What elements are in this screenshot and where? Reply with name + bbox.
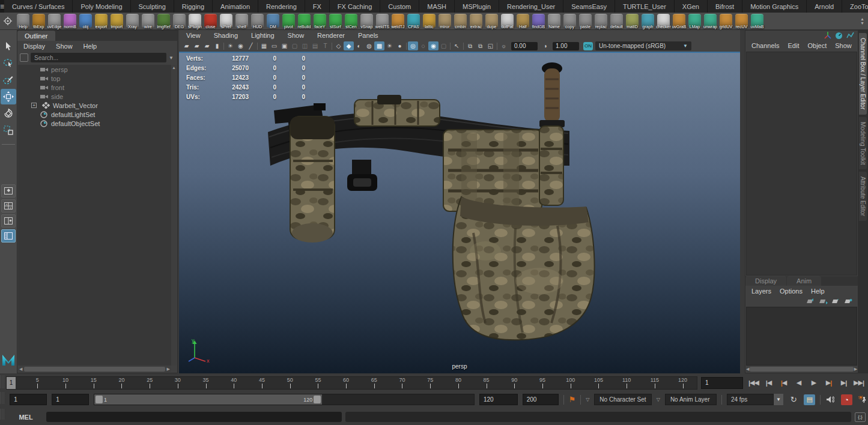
gamma-field[interactable]: 1.00 — [553, 42, 579, 50]
play-forwards-button[interactable]: ▶ — [807, 377, 821, 389]
drag-grip[interactable] — [0, 392, 5, 404]
go-to-end-button[interactable]: ▶▶| — [852, 377, 866, 389]
depth-of-field-icon[interactable]: ▢ — [439, 41, 449, 50]
shelf-button[interactable]: dupe — [484, 13, 499, 29]
duplicate-view-icon[interactable]: ⧉ — [475, 41, 485, 50]
channel-list-area[interactable] — [746, 52, 857, 276]
shelf-button[interactable]: uvEdge — [47, 13, 62, 29]
snapshot-icon[interactable]: ◱ — [485, 41, 496, 50]
shelf-tab[interactable]: Sculpting — [131, 0, 174, 13]
tear-off-copy-icon[interactable]: ⧉ — [465, 41, 475, 50]
mute-audio-icon[interactable] — [825, 394, 836, 405]
clip-editor-icon[interactable]: ▤ — [804, 394, 815, 405]
shelf-tab[interactable]: MSPlugin — [455, 0, 499, 13]
channel-box-menu-item[interactable]: Edit — [788, 42, 799, 49]
shelf-tab[interactable]: ZooToolsPro — [842, 0, 868, 13]
shelf-tab[interactable]: Rendering — [258, 0, 305, 13]
shelf-button[interactable]: matID — [625, 13, 640, 29]
move-tool[interactable] — [1, 89, 16, 104]
command-language-toggle[interactable]: MEL — [9, 414, 43, 421]
shelf-button[interactable]: faceY — [312, 13, 327, 29]
viewport-menu-item[interactable]: Panels — [358, 32, 378, 39]
bookmark-icon[interactable]: ⚑ — [569, 395, 576, 404]
sidebar-vertical-tab[interactable]: Channel Box / Layer Editor — [859, 33, 867, 115]
viewport-menu-item[interactable]: Show — [288, 32, 305, 39]
field-chart-icon[interactable]: ◫ — [300, 41, 310, 50]
shelf-tab[interactable]: Curves / Surfaces — [4, 0, 73, 13]
shelf-button[interactable]: paste — [578, 13, 593, 29]
shelf-button[interactable]: vSnap — [359, 13, 374, 29]
shelf-scroll-down-icon[interactable]: ▼ — [860, 21, 864, 25]
shelf-button[interactable]: findGB — [531, 13, 546, 29]
layer-editor-tab[interactable]: Anim — [787, 276, 821, 286]
shelf-button[interactable]: tbExp — [31, 13, 46, 29]
sidebar-vertical-tab[interactable]: Attribute Editor — [859, 172, 867, 221]
shelf-scroll-up-icon[interactable]: ▲ — [860, 17, 864, 21]
shelf-button[interactable]: sPlugin — [187, 13, 202, 29]
camera-select-icon[interactable]: ▰ — [181, 41, 192, 50]
layer-list[interactable] — [746, 307, 857, 366]
shelf-button[interactable]: unwrap — [703, 13, 718, 29]
outliner-title[interactable]: Outliner — [17, 31, 55, 41]
step-back-frame-button[interactable]: |◀ — [762, 377, 775, 389]
gate-mask-icon[interactable]: ▢ — [290, 41, 300, 50]
outliner-item-camera[interactable]: top — [18, 74, 171, 83]
shelf-button[interactable]: recUV — [734, 13, 749, 29]
view-transform-dropdown[interactable]: Un-tone-mapped (sRGB) ▼ — [595, 41, 691, 50]
exposure-field[interactable]: 0.00 — [511, 42, 538, 50]
resolution-gate-icon[interactable]: ▣ — [279, 41, 290, 50]
viewport-menu-item[interactable]: Renderer — [317, 32, 345, 39]
pencil-icon[interactable]: ╱ — [246, 41, 256, 50]
shelf-tab[interactable]: Custom — [380, 0, 419, 13]
view-bookmark-icon[interactable]: ▮ — [212, 41, 222, 50]
shelf-button[interactable]: stCen — [344, 13, 359, 29]
anim-layer-dropdown[interactable]: No Anim Layer — [665, 394, 717, 405]
rotate-tool[interactable] — [1, 106, 16, 121]
grid-icon[interactable]: ▦ — [259, 41, 269, 50]
shelf-button[interactable]: imgRef — [156, 13, 171, 29]
shelf-button[interactable]: pivot — [281, 13, 296, 29]
shelf-button[interactable]: HUD — [250, 13, 265, 29]
shaded-icon[interactable]: ◆ — [344, 41, 354, 50]
default-material-icon[interactable]: ◐ — [354, 41, 364, 50]
paint-select-tool[interactable] — [1, 72, 16, 88]
wireframe-icon[interactable]: ◇ — [333, 41, 344, 50]
move-layer-down-icon[interactable] — [819, 298, 828, 304]
time-slider[interactable]: 1 51015202530354045505560657075808590951… — [6, 376, 697, 390]
outliner-tree[interactable]: persp top front side + — [18, 65, 171, 366]
shelf-button[interactable]: DM — [266, 13, 281, 29]
outliner-menu-item[interactable]: Show — [56, 43, 73, 50]
light-icon[interactable]: ☀ — [225, 41, 235, 50]
layout-single-pane-button[interactable] — [1, 184, 16, 197]
loop-mode-icon[interactable]: ↻ — [788, 394, 799, 405]
lasso-select-tool[interactable] — [1, 55, 16, 71]
speed-dial-icon[interactable] — [835, 32, 843, 40]
motion-blur-icon[interactable]: ◌ — [418, 41, 428, 50]
shelf-button[interactable]: lattic — [422, 13, 437, 29]
viewport-menu-item[interactable]: Shading — [214, 32, 238, 39]
shelf-button[interactable]: LMap — [687, 13, 702, 29]
outliner-menu-item[interactable]: Display — [23, 43, 45, 50]
safe-action-icon[interactable]: ▤ — [310, 41, 320, 50]
outliner-search-input[interactable]: Search... — [31, 53, 166, 62]
shelf-button[interactable]: DEG — [172, 13, 187, 29]
drag-grip[interactable] — [0, 375, 5, 388]
range-slider[interactable]: 1 120 — [94, 394, 475, 405]
shelf-tab[interactable]: Rigging — [174, 0, 213, 13]
shelf-button[interactable]: Name — [547, 13, 562, 29]
shelf-button[interactable]: replac — [593, 13, 609, 29]
color-management-toggle[interactable]: ON — [583, 42, 593, 50]
shelf-tab[interactable]: FX — [305, 0, 330, 13]
scroll-left-icon[interactable]: ◀ — [18, 367, 23, 372]
viewport-menu-item[interactable]: View — [186, 32, 201, 39]
playback-end-field[interactable]: 120 — [479, 394, 518, 405]
outliner-menu-item[interactable]: Help — [83, 43, 97, 50]
outliner-hscrollbar[interactable]: ◀▶ — [18, 366, 171, 372]
shelf-button[interactable]: graph — [640, 13, 655, 29]
outliner-item-set[interactable]: defaultLightSet — [18, 110, 171, 119]
shelf-button[interactable]: Help — [16, 13, 31, 29]
outliner-vscrollbar[interactable]: ▲ — [171, 65, 177, 366]
scale-tool[interactable] — [1, 122, 16, 138]
shelf-button[interactable]: reBuild — [297, 13, 312, 29]
select-tool[interactable] — [1, 38, 16, 54]
